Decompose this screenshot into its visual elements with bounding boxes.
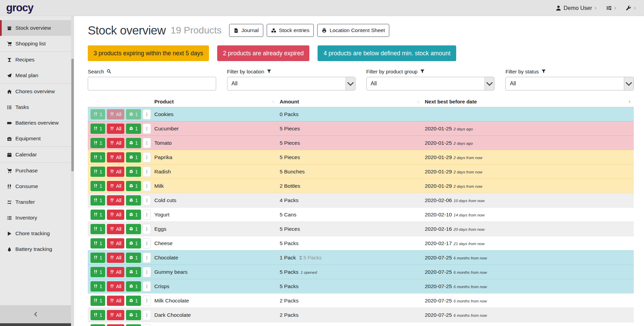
row-menu-button[interactable] [143,238,151,249]
column-header-next-best-before-date[interactable]: Next best before date ↑↓ [422,97,634,107]
journal-button[interactable]: Journal [229,24,263,37]
sidebar-item-tasks[interactable]: Tasks [0,99,71,115]
consume-all-button[interactable]: All [107,124,124,134]
consume-one-button[interactable]: 1 [90,296,105,306]
column-header-product[interactable]: Product ↑↓ [152,97,277,107]
sidebar-item-recipes[interactable]: Recipes [0,52,71,68]
sidebar-item-batteries-overview[interactable]: Batteries overview [0,115,71,131]
row-menu-button[interactable] [143,310,151,320]
open-one-button[interactable]: 1 [126,281,141,292]
consume-all-button[interactable]: All [107,310,124,320]
open-one-button[interactable]: 1 [126,210,141,220]
consume-all-button[interactable]: All [107,195,124,205]
consume-one-button[interactable]: 1 [90,267,105,277]
row-menu-button[interactable] [143,138,151,148]
sidebar-item-chore-tracking[interactable]: Chore tracking [0,226,71,241]
open-one-button[interactable]: 1 [126,296,141,306]
consume-one-button[interactable]: 1 [90,167,105,177]
row-menu-button[interactable] [143,253,151,263]
open-one-button[interactable]: 1 [126,253,141,263]
settings-menu[interactable]: › [606,4,616,11]
row-menu-button[interactable] [143,281,151,292]
open-one-button[interactable]: 1 [126,138,141,148]
consume-all-button[interactable]: All [107,167,124,177]
open-one-button[interactable]: 1 [126,124,141,134]
sidebar-item-inventory[interactable]: Inventory [0,210,71,226]
consume-one-button[interactable]: 1 [90,124,105,134]
sidebar-item-chores-overview[interactable]: Chores overview [0,84,71,99]
consume-one-button[interactable]: 1 [90,238,105,249]
consume-all-button[interactable]: All [107,324,124,326]
filter-by-status-select[interactable]: All [505,77,634,90]
row-menu-button[interactable] [143,296,151,306]
consume-one-button[interactable]: 1 [90,152,105,162]
consume-all-button[interactable]: All [107,138,124,148]
consume-all-button[interactable]: All [107,267,124,277]
column-header-amount[interactable]: Amount ↑↓ [277,97,422,107]
status-badge[interactable]: 2 products are already expired [217,45,309,61]
sort-icon[interactable]: ↑↓ [417,100,420,104]
sidebar-item-shopping-list[interactable]: Shopping list [0,36,71,52]
open-one-button[interactable]: 1 [126,167,141,177]
consume-one-button[interactable]: 1 [90,210,105,220]
open-one-button[interactable]: 1 [126,310,141,320]
row-menu-button[interactable] [143,181,151,191]
open-one-button[interactable]: 1 [126,152,141,162]
admin-menu[interactable]: › [626,4,636,11]
consume-all-button[interactable]: All [107,224,124,234]
status-badge[interactable]: 4 products are below defined min. stock … [318,45,456,61]
row-menu-button[interactable] [143,124,151,134]
row-menu-button[interactable] [143,167,151,177]
consume-one-button[interactable]: 1 [90,324,105,326]
consume-one-button[interactable]: 1 [90,281,105,292]
consume-all-button[interactable]: All [107,296,124,306]
sidebar-item-transfer[interactable]: Transfer [0,194,71,210]
sidebar-item-meal-plan[interactable]: Meal plan [0,68,71,83]
sidebar-item-battery-tracking[interactable]: Battery tracking [0,241,71,257]
sidebar-item-equipment[interactable]: Equipment [0,131,71,146]
open-one-button[interactable]: 1 [126,267,141,277]
consume-all-button[interactable]: All [107,152,124,162]
consume-one-button[interactable]: 1 [90,310,105,320]
open-one-button[interactable]: 1 [126,224,141,234]
sort-icon[interactable]: ↑↓ [629,100,631,104]
open-one-button[interactable]: 1 [126,324,141,326]
open-one-button[interactable]: 1 [126,195,141,205]
sidebar-item-stock-overview[interactable]: Stock overview [0,20,71,36]
sidebar-item-consume[interactable]: Consume [0,179,71,194]
sort-icon[interactable]: ↑↓ [272,100,275,104]
consume-all-button[interactable]: All [107,210,124,220]
sidebar-item-purchase[interactable]: Purchase [0,163,71,179]
row-menu-button[interactable] [143,109,151,119]
status-badge[interactable]: 3 products expiring within the next 5 da… [88,45,209,61]
utensils-icon [94,270,98,274]
consume-one-button[interactable]: 1 [90,195,105,205]
user-menu[interactable]: Demo User › [556,4,597,11]
open-one-button[interactable]: 1 [126,238,141,249]
filter-by-product-group-select[interactable]: All [366,77,495,90]
sidebar-collapse-button[interactable] [0,305,71,323]
search-input[interactable] [88,77,216,90]
consume-all-button[interactable]: All [107,181,124,191]
consume-one-button[interactable]: 1 [90,181,105,191]
row-menu-button[interactable] [143,210,151,220]
filter-by-location-select[interactable]: All [227,77,355,90]
stock-entries-button[interactable]: Stock entries [267,24,314,37]
consume-all-button[interactable]: All [107,238,124,249]
consume-one-button[interactable]: 1 [90,224,105,234]
sidebar-item-calendar[interactable]: Calendar [0,147,71,162]
consume-all-button[interactable]: All [107,281,124,292]
row-menu-button[interactable] [143,224,151,234]
row-menu-button[interactable] [143,324,151,326]
location-content-sheet-button[interactable]: Location Content Sheet [317,24,389,37]
row-menu-button[interactable] [143,267,151,277]
consume-all-button[interactable]: All [107,253,124,263]
row-menu-button[interactable] [143,195,151,205]
open-one-button[interactable]: 1 [126,181,141,191]
consume-one-button[interactable]: 1 [90,253,105,263]
sidebar-scrollbar[interactable] [71,59,74,171]
date-cell: 2020-01-292 days from now [422,165,634,179]
utensils-icon [94,155,98,159]
row-menu-button[interactable] [143,152,151,162]
consume-one-button[interactable]: 1 [90,138,105,148]
